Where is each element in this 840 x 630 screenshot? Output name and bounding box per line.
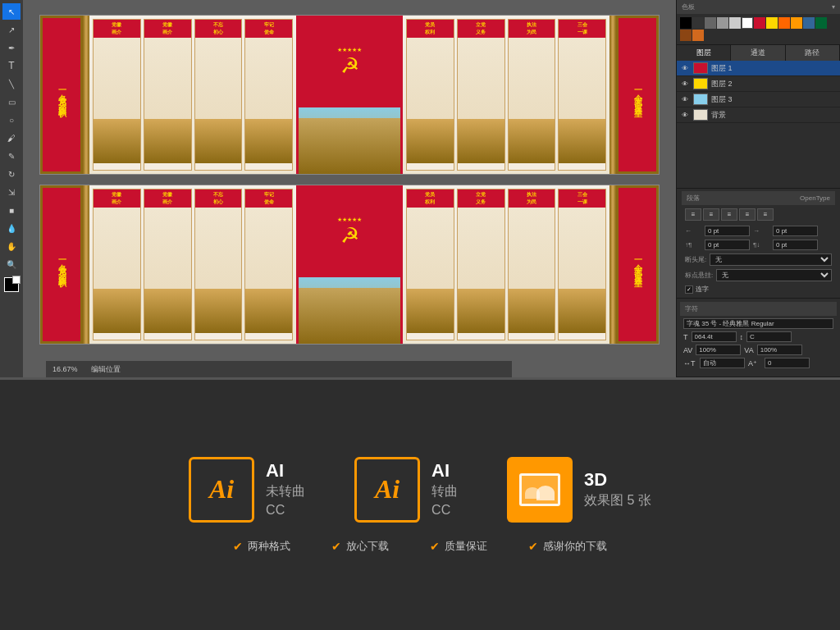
feature-safe-download: ✔ 放心下载 [331, 539, 389, 554]
swatch-5[interactable] [692, 30, 704, 41]
color-panel-header[interactable]: 色板 ▾ [677, 0, 840, 14]
swatch-red[interactable] [754, 17, 765, 29]
opentype-header[interactable]: 段落 OpenType [682, 191, 835, 205]
justify-all[interactable]: ≡ [757, 208, 774, 221]
swatch-white[interactable] [742, 17, 753, 29]
swatch-4[interactable] [729, 17, 741, 29]
panel-collapse-icon: ▾ [832, 3, 835, 11]
swatch-black[interactable] [680, 17, 692, 29]
layer-eye-bg[interactable]: 👁 [680, 110, 690, 120]
left-banner-1: 一名党员一面旗帜 [40, 16, 83, 174]
select-tool[interactable]: ↖ [2, 3, 21, 20]
indent-row: ← → [682, 224, 835, 238]
swatch-blue[interactable] [803, 17, 815, 29]
swatch-green[interactable] [815, 17, 827, 29]
layer-thumb-3 [693, 94, 708, 105]
center-piece-2: ★★★★★ ☭ 人党誓词 [296, 185, 403, 344]
layer-item-bg[interactable]: 👁 背景 [677, 107, 840, 123]
tab-layers[interactable]: 图层 [677, 45, 731, 61]
line-tool[interactable]: ╲ [2, 75, 21, 92]
hyphen-select[interactable]: 无 [710, 253, 832, 266]
hyphen-checkbox[interactable]: ✓ [685, 285, 693, 294]
eyedropper-tool[interactable]: 💧 [2, 220, 21, 236]
ai-text-uncurved: Ai [209, 474, 234, 504]
col-3: 不忘初心 [194, 19, 243, 171]
opentype-title: 段落 [687, 194, 700, 203]
justify[interactable]: ≡ [739, 208, 756, 221]
font-name-input[interactable] [683, 318, 833, 329]
tracking-input[interactable] [696, 345, 741, 355]
align-left[interactable]: ≡ [685, 208, 701, 221]
layer-list: 👁 图层 1 👁 图层 2 👁 图层 3 👁 背景 [677, 61, 840, 159]
left-indent-input[interactable] [705, 226, 750, 236]
tab-paths[interactable]: 路径 [786, 45, 840, 61]
design-preview-2: 一名党员一面旗帜 党徽画介 党徽画介 [39, 185, 660, 345]
opentype-label: OpenType [800, 194, 830, 202]
feature-label-4: 感谢你的下载 [543, 539, 607, 554]
check-icon-4: ✔ [528, 540, 538, 553]
ai-text-curved: Ai [375, 474, 399, 504]
scale-tool[interactable]: ⇲ [2, 184, 21, 200]
tab-channels[interactable]: 通道 [731, 45, 785, 61]
pencil-tool[interactable]: ✎ [2, 148, 21, 164]
swatch-orange[interactable] [778, 17, 790, 29]
layer-eye-1[interactable]: 👁 [680, 63, 690, 73]
pen-tool[interactable]: ✒ [2, 39, 21, 56]
font-size-icon: T [683, 333, 688, 341]
swatch-1[interactable] [692, 17, 704, 29]
format-subtitle-ai1: 未转曲 [266, 483, 305, 500]
char-panel-header[interactable]: 字符 [680, 302, 837, 316]
swatch-3[interactable] [717, 17, 728, 29]
space-after-input[interactable] [773, 240, 818, 250]
font-size-input[interactable] [692, 331, 737, 342]
gradient-tool[interactable]: ■ [2, 202, 21, 218]
layers-panel: 图层 通道 路径 👁 图层 1 👁 图层 2 👁 图层 3 [677, 45, 840, 189]
space-after-label: ¶↓ [753, 241, 769, 249]
brush-tool[interactable]: 🖌 [2, 130, 21, 146]
leading-input[interactable] [746, 331, 792, 342]
layer-item-3[interactable]: 👁 图层 3 [677, 92, 840, 107]
type-tool[interactable]: T [2, 57, 21, 74]
rotate-tool[interactable]: ↻ [2, 166, 21, 182]
format-text-ai-uncurved: AI 未转曲 CC [266, 460, 305, 519]
indent-label-r: → [753, 227, 769, 235]
right-indent-input[interactable] [773, 226, 818, 236]
align-right[interactable]: ≡ [721, 208, 737, 221]
design-preview-1: 一名党员一面旗帜 党徽画介 党徽画介 [39, 15, 660, 175]
layer-item-1[interactable]: 👁 图层 1 [677, 61, 840, 76]
fill-color[interactable] [4, 277, 19, 292]
image-placeholder-icon [519, 473, 560, 506]
color-panel: 色板 ▾ [677, 0, 840, 45]
ai-icon-uncurved: Ai [189, 457, 254, 523]
align-center[interactable]: ≡ [703, 208, 719, 221]
canvas-section: ↖ ↗ ✒ T ╲ ▭ ○ 🖌 ✎ ↻ ⇲ ■ 💧 ✋ 🔍 一名党员一面旗帜 [0, 0, 840, 377]
feature-thanks: ✔ 感谢你的下载 [528, 539, 607, 554]
format-item-3d: 3D 效果图 5 张 [507, 457, 651, 523]
main-canvas[interactable]: 一名党员一面旗帜 党徽画介 党徽画介 [23, 0, 676, 377]
scale-h-input[interactable] [700, 358, 745, 368]
hyphen-checkbox-row: ✓ 连字 [682, 283, 835, 295]
zoom-tool[interactable]: 🔍 [2, 256, 21, 272]
hand-tool[interactable]: ✋ [2, 238, 21, 254]
swatch-brown[interactable] [680, 30, 692, 41]
swatch-gold[interactable] [766, 17, 778, 29]
swatch-yellow[interactable] [791, 17, 802, 29]
ellipse-tool[interactable]: ○ [2, 112, 21, 128]
format-title-ai: AI [266, 460, 305, 482]
feature-label-2: 放心下载 [346, 539, 389, 554]
direct-select-tool[interactable]: ↗ [2, 21, 21, 38]
hyphen-label-text: 连字 [696, 285, 709, 294]
layer-item-2[interactable]: 👁 图层 2 [677, 76, 840, 92]
rect-tool[interactable]: ▭ [2, 94, 21, 110]
left-toolbar: ↖ ↗ ✒ T ╲ ▭ ○ 🖌 ✎ ↻ ⇲ ■ 💧 ✋ 🔍 [0, 0, 23, 377]
format-text-3d: 3D 效果图 5 张 [584, 469, 651, 509]
baseline-input[interactable] [765, 358, 810, 368]
layer-name-1: 图层 1 [711, 63, 837, 74]
layer-eye-2[interactable]: 👁 [680, 79, 690, 89]
swatch-2[interactable] [705, 17, 716, 29]
punct-select[interactable]: 无 [716, 269, 832, 281]
layer-eye-3[interactable]: 👁 [680, 94, 690, 104]
left-banner-2: 一名党员一面旗帜 [40, 185, 83, 344]
kerning-input[interactable] [757, 345, 802, 355]
space-before-input[interactable] [705, 240, 750, 250]
